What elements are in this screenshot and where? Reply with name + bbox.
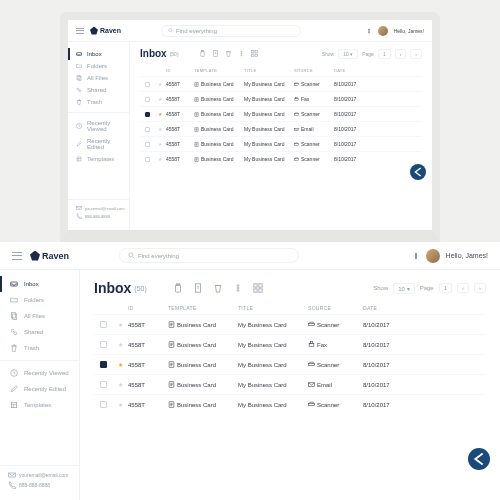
row-checkbox[interactable] (100, 321, 107, 328)
row-checkbox[interactable] (100, 361, 107, 368)
sidebar-item-all-files[interactable]: All Files (68, 72, 129, 84)
page-next[interactable]: › (410, 49, 422, 59)
row-checkbox[interactable] (145, 112, 150, 117)
fab-button[interactable] (468, 448, 490, 470)
raven-icon (30, 251, 40, 261)
svg-rect-60 (309, 343, 314, 346)
search-input[interactable]: Find everything (119, 248, 299, 263)
main-content: Inbox (50) Show 10 ▾ Page 1 ‹ › (80, 270, 500, 500)
row-checkbox[interactable] (100, 381, 107, 388)
fab-button[interactable] (410, 164, 426, 180)
footer-phone[interactable]: 888-888-8888 (8, 480, 71, 490)
star-icon[interactable]: ★ (158, 156, 162, 162)
row-checkbox[interactable] (145, 82, 150, 87)
star-icon[interactable]: ★ (158, 111, 162, 117)
footer-email[interactable]: youremail@email.com (76, 204, 121, 212)
star-icon[interactable]: ★ (118, 381, 123, 388)
svg-point-52 (237, 289, 239, 291)
table-row[interactable]: ★ 4558T Business Card My Business Card S… (140, 136, 422, 151)
menu-icon[interactable] (76, 28, 84, 34)
row-checkbox[interactable] (145, 157, 150, 162)
sidebar-item-trash[interactable]: Trash (0, 340, 79, 356)
footer-email[interactable]: youremail@email.com (8, 470, 71, 480)
svg-rect-6 (78, 77, 81, 81)
svg-point-1 (368, 29, 369, 30)
svg-rect-20 (251, 54, 253, 56)
main-content: Inbox (50) Show 10 ▾ Page 1 ‹ › (130, 42, 432, 230)
show-select[interactable]: 10 ▾ (338, 49, 358, 59)
row-checkbox[interactable] (145, 97, 150, 102)
sidebar-item-shared[interactable]: Shared (0, 324, 79, 340)
table-row[interactable]: ★ 4558T Business Card My Business Card S… (94, 354, 486, 374)
logo[interactable]: Raven (90, 27, 121, 35)
table-row[interactable]: ★ 4558T Business Card My Business Card F… (94, 334, 486, 354)
sidebar-item-recently-edited[interactable]: Recently Edited (0, 381, 79, 397)
row-checkbox[interactable] (100, 401, 107, 408)
page-icon[interactable] (193, 283, 203, 294)
star-icon[interactable]: ★ (118, 401, 123, 408)
sidebar-item-folders[interactable]: Folders (68, 60, 129, 72)
grid-icon[interactable] (253, 283, 263, 294)
sidebar-item-inbox[interactable]: Inbox (0, 276, 79, 292)
svg-point-51 (237, 287, 239, 289)
table-row[interactable]: ★ 4558T Business Card My Business Card F… (140, 91, 422, 106)
star-icon[interactable]: ★ (118, 321, 123, 328)
star-icon[interactable]: ★ (158, 141, 162, 147)
page-number[interactable]: 1 (439, 283, 452, 293)
table-row[interactable]: ★ 4558T Business Card My Business Card E… (94, 374, 486, 394)
sidebar-item-trash[interactable]: Trash (68, 96, 129, 108)
sidebar-item-recently-edited[interactable]: Recently Edited (68, 135, 129, 153)
page-prev[interactable]: ‹ (457, 283, 469, 293)
svg-rect-53 (254, 283, 257, 286)
svg-rect-25 (295, 98, 298, 100)
svg-point-7 (77, 88, 79, 90)
table-row[interactable]: ★ 4558T Business Card My Business Card S… (94, 314, 486, 334)
sidebar-item-shared[interactable]: Shared (68, 84, 129, 96)
table-row[interactable]: ★ 4558T Business Card My Business Card S… (94, 394, 486, 414)
sidebar-item-templates[interactable]: Templates (0, 397, 79, 413)
logo[interactable]: Raven (30, 251, 69, 261)
row-checkbox[interactable] (145, 142, 150, 147)
grid-icon[interactable] (251, 50, 258, 58)
page-icon[interactable] (212, 50, 219, 58)
table-row[interactable]: ★ 4558T Business Card My Business Card S… (140, 106, 422, 121)
trash-icon[interactable] (225, 50, 232, 58)
sidebar-item-inbox[interactable]: Inbox (68, 48, 129, 60)
avatar[interactable] (426, 249, 440, 263)
sidebar-item-recently-viewed[interactable]: Recently Viewed (0, 365, 79, 381)
sidebar-item-templates[interactable]: Templates (68, 153, 129, 165)
clipboard-icon[interactable] (199, 50, 206, 58)
search-input[interactable]: Find everything (161, 25, 301, 37)
table-header: ID TEMPLATE TITLE SOURCE DATE (140, 65, 422, 76)
sidebar-item-recently-viewed[interactable]: Recently Viewed (68, 117, 129, 135)
star-icon[interactable]: ★ (158, 96, 162, 102)
star-icon[interactable]: ★ (158, 126, 162, 132)
row-checkbox[interactable] (145, 127, 150, 132)
show-select[interactable]: 10 ▾ (393, 283, 414, 294)
clipboard-icon[interactable] (173, 283, 183, 294)
toolbar-icons (199, 50, 258, 58)
more-icon[interactable] (233, 283, 243, 294)
avatar[interactable] (378, 26, 388, 36)
row-checkbox[interactable] (100, 341, 107, 348)
sidebar-item-all-files[interactable]: All Files (0, 308, 79, 324)
table-row[interactable]: ★ 4558T Business Card My Business Card E… (140, 121, 422, 136)
table-row[interactable]: ★ 4558T Business Card My Business Card S… (140, 76, 422, 91)
svg-rect-10 (77, 157, 81, 161)
svg-rect-19 (255, 50, 257, 52)
page-number[interactable]: 1 (378, 49, 391, 59)
star-icon[interactable]: ★ (118, 341, 123, 348)
star-icon[interactable]: ★ (158, 81, 162, 87)
trash-icon[interactable] (213, 283, 223, 294)
svg-rect-18 (251, 50, 253, 52)
sidebar-item-folders[interactable]: Folders (0, 292, 79, 308)
page-next[interactable]: › (474, 283, 486, 293)
more-icon[interactable] (238, 50, 245, 58)
svg-point-3 (368, 32, 369, 33)
table-row[interactable]: ★ 4558T Business Card My Business Card S… (140, 151, 422, 166)
footer-phone[interactable]: 888-888-8888 (76, 212, 121, 220)
svg-point-15 (240, 51, 241, 52)
page-prev[interactable]: ‹ (395, 49, 407, 59)
menu-icon[interactable] (12, 252, 22, 260)
star-icon[interactable]: ★ (118, 361, 123, 368)
